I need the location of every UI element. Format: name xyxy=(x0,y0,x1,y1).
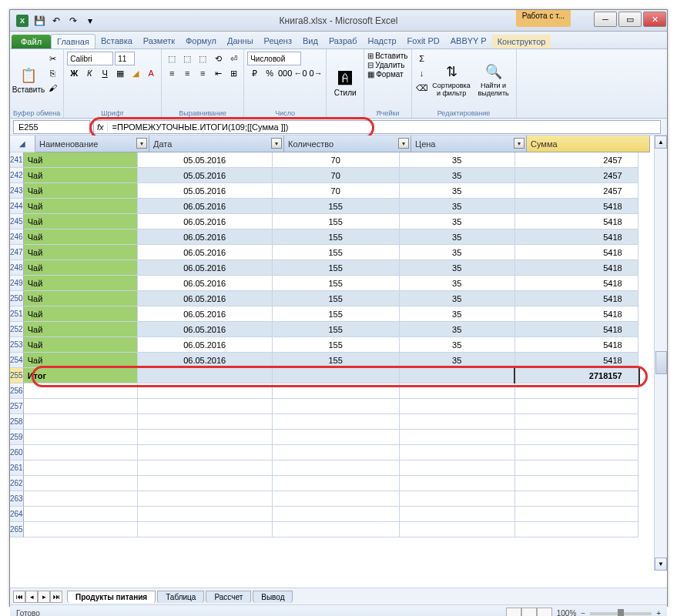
font-size-combo[interactable] xyxy=(115,52,135,65)
cell[interactable] xyxy=(273,399,400,414)
row-header[interactable]: 241 xyxy=(10,152,24,168)
cell[interactable] xyxy=(400,476,515,491)
tab-nav-next[interactable]: ▸ xyxy=(38,591,50,603)
row-header[interactable]: 243 xyxy=(10,183,24,199)
scroll-up-button[interactable]: ▲ xyxy=(655,136,667,149)
fx-button[interactable]: fx xyxy=(94,122,108,132)
scroll-down-button[interactable]: ▼ xyxy=(655,557,667,571)
cell-date[interactable]: 06.05.2016 xyxy=(138,337,273,353)
cell-price[interactable]: 35 xyxy=(400,168,515,183)
cell[interactable] xyxy=(138,445,273,460)
cell-total-label[interactable]: Итог xyxy=(24,368,138,383)
filter-dropdown-icon[interactable]: ▾ xyxy=(398,138,409,149)
format-painter-icon[interactable]: 🖌 xyxy=(45,81,59,95)
cell-price[interactable]: 35 xyxy=(400,306,515,322)
redo-icon[interactable]: ↷ xyxy=(65,13,81,28)
cell-date[interactable]: 06.05.2016 xyxy=(138,229,273,245)
column-header-price[interactable]: Цена▾ xyxy=(411,136,527,152)
orientation-button[interactable]: ⟲ xyxy=(211,52,225,65)
cell-date[interactable]: 06.05.2016 xyxy=(138,245,273,260)
cell[interactable] xyxy=(400,368,515,383)
cell-sum[interactable]: 5418 xyxy=(515,245,638,260)
cell[interactable] xyxy=(138,507,273,522)
cell-name[interactable]: Чай xyxy=(24,276,138,291)
cell-sum[interactable]: 5418 xyxy=(515,337,638,353)
italic-button[interactable]: К xyxy=(82,66,96,80)
row-header[interactable]: 248 xyxy=(10,260,24,276)
row-header[interactable]: 254 xyxy=(10,353,24,368)
cell-date[interactable]: 06.05.2016 xyxy=(138,276,273,291)
scrollbar-thumb[interactable] xyxy=(655,351,667,374)
tab-constructor[interactable]: Конструктор xyxy=(492,35,551,49)
tab-nav-first[interactable]: ⏮ xyxy=(13,591,25,603)
row-header[interactable]: 260 xyxy=(10,445,24,460)
cell-price[interactable]: 35 xyxy=(400,276,515,291)
cell[interactable] xyxy=(24,491,138,507)
cell[interactable] xyxy=(273,460,400,476)
ribbon-tab[interactable]: ABBYY P xyxy=(445,34,492,49)
cell[interactable] xyxy=(400,399,515,414)
number-format-combo[interactable] xyxy=(247,52,301,65)
cell-sum[interactable]: 2457 xyxy=(515,168,638,183)
cell-sum[interactable]: 5418 xyxy=(515,214,638,229)
cell[interactable] xyxy=(24,430,138,445)
underline-button[interactable]: Ч xyxy=(98,66,112,80)
cell-price[interactable]: 35 xyxy=(400,199,515,214)
find-select-button[interactable]: 🔍 Найти и выделить xyxy=(474,52,513,109)
cell[interactable] xyxy=(138,430,273,445)
cell-sum[interactable]: 5418 xyxy=(515,260,638,276)
cell-date[interactable]: 05.05.2016 xyxy=(138,183,273,199)
qat-dropdown-icon[interactable]: ▾ xyxy=(82,13,98,28)
cell-sum[interactable]: 5418 xyxy=(515,322,638,337)
cell[interactable] xyxy=(400,460,515,476)
cell-sum[interactable]: 2457 xyxy=(515,183,638,199)
file-tab[interactable]: Файл xyxy=(12,35,51,49)
sheet-tab[interactable]: Вывод xyxy=(253,591,293,603)
cell-price[interactable]: 35 xyxy=(400,353,515,368)
cell[interactable] xyxy=(273,445,400,460)
formula-input[interactable]: =ПРОМЕЖУТОЧНЫЕ.ИТОГИ(109;[[Сумма ]]) xyxy=(108,121,660,133)
zoom-in-button[interactable]: + xyxy=(656,609,661,616)
close-button[interactable]: ✕ xyxy=(643,12,666,27)
excel-icon[interactable]: X xyxy=(15,13,30,28)
column-header-qty[interactable]: Количество▾ xyxy=(284,136,411,152)
cell[interactable] xyxy=(138,368,273,383)
cell[interactable] xyxy=(400,507,515,522)
cell-qty[interactable]: 155 xyxy=(273,306,400,322)
cell[interactable] xyxy=(138,383,273,399)
cell[interactable] xyxy=(515,399,638,414)
border-button[interactable]: ▦ xyxy=(113,66,127,80)
delete-cells-button[interactable]: Удалить xyxy=(375,61,404,69)
view-break-button[interactable] xyxy=(537,608,552,617)
merge-button[interactable]: ⊞ xyxy=(226,66,240,80)
ribbon-tab[interactable]: Вставка xyxy=(96,34,138,49)
cell[interactable] xyxy=(24,445,138,460)
ribbon-tab[interactable]: Реценз xyxy=(259,34,297,49)
comma-button[interactable]: 000 xyxy=(278,66,292,80)
cell-name[interactable]: Чай xyxy=(24,245,138,260)
cell-qty[interactable]: 70 xyxy=(273,183,400,199)
cell[interactable] xyxy=(273,507,400,522)
select-all-button[interactable]: ◢ xyxy=(10,136,35,152)
align-left-button[interactable]: ≡ xyxy=(165,66,179,80)
cell-qty[interactable]: 155 xyxy=(273,229,400,245)
row-header[interactable]: 259 xyxy=(10,430,24,445)
cell-date[interactable]: 06.05.2016 xyxy=(138,291,273,306)
cell-qty[interactable]: 70 xyxy=(273,168,400,183)
cell-name[interactable]: Чай xyxy=(24,214,138,229)
cell[interactable] xyxy=(515,476,638,491)
cell[interactable] xyxy=(24,383,138,399)
cell[interactable] xyxy=(515,383,638,399)
fill-button[interactable]: ↓ xyxy=(415,66,429,80)
cell-qty[interactable]: 155 xyxy=(273,276,400,291)
cell-qty[interactable]: 155 xyxy=(273,322,400,337)
row-header[interactable]: 257 xyxy=(10,399,24,414)
cell[interactable] xyxy=(515,460,638,476)
cell-qty[interactable]: 155 xyxy=(273,291,400,306)
cell-qty[interactable]: 155 xyxy=(273,245,400,260)
percent-button[interactable]: % xyxy=(263,66,276,80)
align-center-button[interactable]: ≡ xyxy=(180,66,194,80)
cell-date[interactable]: 06.05.2016 xyxy=(138,214,273,229)
sheet-tab[interactable]: Продукты питания xyxy=(67,591,156,603)
cell-name[interactable]: Чай xyxy=(24,152,138,168)
